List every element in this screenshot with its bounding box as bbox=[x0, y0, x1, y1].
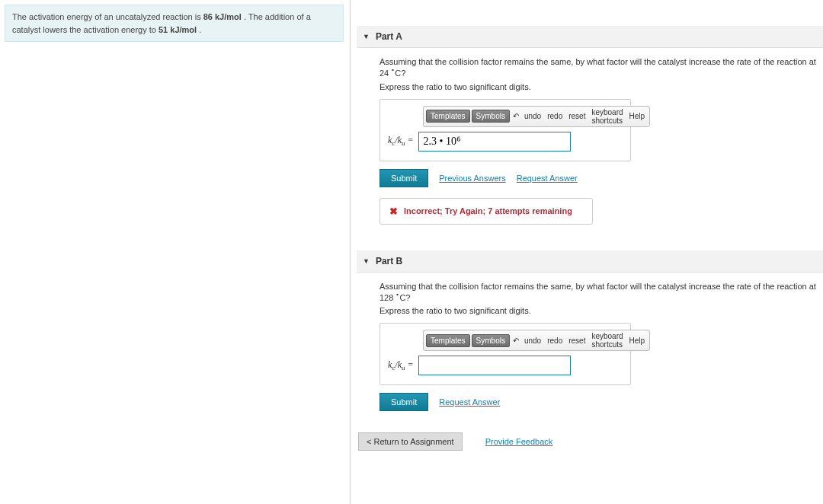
templates-button[interactable]: Templates bbox=[426, 334, 470, 347]
part-a-answer-box: Templates Symbols ↶undo redo reset keybo… bbox=[379, 99, 631, 161]
answer-pane: ▼ Part A Assuming that the collision fac… bbox=[351, 0, 823, 504]
part-a-submit-button[interactable]: Submit bbox=[379, 169, 428, 187]
redo-button[interactable]: redo bbox=[545, 112, 565, 120]
undo-button[interactable]: undo bbox=[522, 112, 543, 120]
provide-feedback-link[interactable]: Provide Feedback bbox=[485, 437, 553, 446]
part-b-header[interactable]: ▼ Part B bbox=[357, 250, 823, 273]
symbols-button[interactable]: Symbols bbox=[472, 334, 510, 347]
problem-pane: The activation energy of an uncatalyzed … bbox=[0, 0, 351, 504]
problem-value-1: 86 kJ/mol bbox=[203, 12, 242, 21]
part-a-title: Part A bbox=[376, 31, 402, 42]
redo-button[interactable]: redo bbox=[545, 337, 565, 345]
undo-icon[interactable]: ↶ bbox=[511, 337, 520, 345]
feedback-text: Incorrect; Try Again; 7 attempts remaini… bbox=[404, 206, 572, 215]
equation-toolbar: Templates Symbols ↶undo redo reset keybo… bbox=[423, 106, 650, 127]
templates-button[interactable]: Templates bbox=[426, 110, 470, 123]
help-button[interactable]: Help bbox=[627, 112, 648, 120]
undo-icon[interactable]: ↶ bbox=[511, 112, 520, 120]
problem-text-1: The activation energy of an uncatalyzed … bbox=[12, 12, 203, 21]
part-b-submit-button[interactable]: Submit bbox=[379, 393, 428, 411]
part-b-question: Assuming that the collision factor remai… bbox=[379, 282, 823, 302]
part-b-title: Part B bbox=[376, 256, 402, 266]
part-a-question: Assuming that the collision factor remai… bbox=[379, 57, 823, 78]
part-b-answer-input[interactable] bbox=[418, 356, 571, 375]
keyboard-shortcuts-button[interactable]: keyboard shortcuts bbox=[589, 108, 625, 125]
footer: < Return to Assignment Provide Feedback bbox=[358, 432, 823, 451]
return-label: Return to Assignment bbox=[373, 437, 453, 446]
part-b-question-pre: Assuming that the collision factor remai… bbox=[379, 282, 816, 302]
part-a-body: Assuming that the collision factor remai… bbox=[357, 48, 823, 225]
part-a-question-pre: Assuming that the collision factor remai… bbox=[379, 57, 816, 78]
part-b-body: Assuming that the collision factor remai… bbox=[357, 273, 823, 412]
problem-statement: The activation energy of an uncatalyzed … bbox=[5, 5, 344, 42]
part-a-question-post: C? bbox=[395, 69, 405, 78]
part-a-instruction: Express the ratio to two significant dig… bbox=[379, 82, 823, 91]
ratio-label: kc/ku = bbox=[388, 359, 414, 372]
part-a-answer-input[interactable] bbox=[418, 132, 571, 152]
caret-down-icon: ▼ bbox=[363, 33, 370, 40]
help-button[interactable]: Help bbox=[627, 337, 648, 345]
undo-button[interactable]: undo bbox=[522, 337, 543, 345]
part-b-instruction: Express the ratio to two significant dig… bbox=[379, 306, 823, 315]
part-a-feedback: ✖ Incorrect; Try Again; 7 attempts remai… bbox=[379, 198, 593, 225]
equation-toolbar: Templates Symbols ↶undo redo reset keybo… bbox=[423, 330, 650, 351]
caret-down-icon: ▼ bbox=[363, 257, 370, 265]
part-b-question-post: C? bbox=[399, 292, 410, 301]
part-b-answer-box: Templates Symbols ↶undo redo reset keybo… bbox=[379, 323, 631, 385]
incorrect-icon: ✖ bbox=[389, 206, 398, 217]
ratio-label: kc/ku = bbox=[388, 135, 414, 147]
problem-text-3: . bbox=[197, 25, 201, 34]
previous-answers-link[interactable]: Previous Answers bbox=[439, 174, 505, 183]
problem-value-2: 51 kJ/mol bbox=[159, 25, 197, 34]
keyboard-shortcuts-button[interactable]: keyboard shortcuts bbox=[589, 332, 625, 349]
part-b-request-answer-link[interactable]: Request Answer bbox=[439, 397, 500, 407]
part-a-request-answer-link[interactable]: Request Answer bbox=[517, 174, 578, 183]
part-a-header[interactable]: ▼ Part A bbox=[357, 26, 823, 48]
return-to-assignment-button[interactable]: < Return to Assignment bbox=[358, 432, 463, 451]
reset-button[interactable]: reset bbox=[566, 112, 588, 120]
symbols-button[interactable]: Symbols bbox=[472, 110, 510, 123]
reset-button[interactable]: reset bbox=[566, 337, 588, 345]
